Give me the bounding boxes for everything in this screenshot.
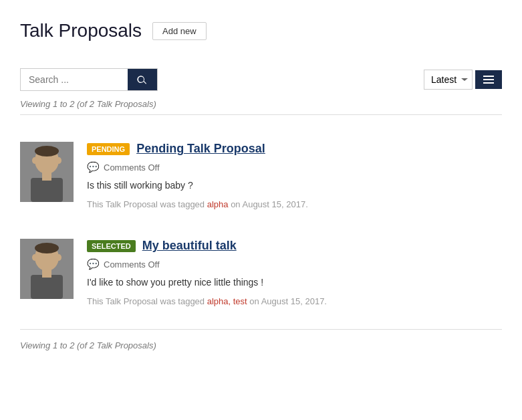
proposals-list: Pending Pending Talk Proposal 💬 Comments… (20, 128, 502, 322)
sort-controls: Latest Oldest A-Z (424, 70, 502, 90)
bottom-divider (20, 329, 502, 330)
page-title: Talk Proposals (20, 20, 142, 41)
comment-icon: 💬 (87, 258, 100, 270)
svg-rect-2 (31, 178, 63, 202)
search-icon (137, 74, 148, 85)
proposal-meta: This Talk Proposal was tagged alpha on A… (87, 199, 502, 209)
viewing-count-top: Viewing 1 to 2 (of 2 Talk Proposals) (20, 99, 502, 109)
comments-row: 💬 Comments Off (87, 161, 502, 173)
svg-rect-9 (31, 275, 63, 299)
search-area: Latest Oldest A-Z (20, 68, 502, 91)
tag-link[interactable]: alpha (207, 199, 229, 209)
svg-point-12 (56, 254, 61, 261)
table-row: Selected My beautiful talk 💬 Comments Of… (20, 225, 502, 322)
page-header: Talk Proposals Add new (20, 20, 502, 41)
proposal-excerpt: Is this still working baby ? (87, 179, 502, 193)
comments-label: Comments Off (104, 259, 160, 270)
proposal-content: Selected My beautiful talk 💬 Comments Of… (87, 239, 502, 306)
comments-label: Comments Off (104, 163, 160, 173)
svg-point-5 (56, 157, 61, 164)
svg-rect-3 (42, 173, 51, 181)
search-input[interactable] (21, 69, 128, 90)
avatar (20, 142, 74, 202)
comments-row: 💬 Comments Off (87, 258, 502, 270)
proposal-content: Pending Pending Talk Proposal 💬 Comments… (87, 142, 502, 209)
search-form (20, 68, 158, 91)
proposal-excerpt: I'd like to show you pretty nice little … (87, 276, 502, 290)
list-view-button[interactable] (475, 70, 502, 89)
svg-point-6 (35, 146, 59, 156)
proposal-meta: This Talk Proposal was tagged alpha, tes… (87, 296, 502, 306)
search-button[interactable] (128, 69, 157, 90)
proposal-title[interactable]: My beautiful talk (142, 239, 237, 253)
avatar (20, 239, 74, 299)
viewing-count-bottom: Viewing 1 to 2 (of 2 Talk Proposals) (20, 340, 502, 350)
proposal-title[interactable]: Pending Talk Proposal (136, 142, 265, 156)
svg-point-4 (32, 157, 37, 164)
list-view-icon (483, 76, 494, 84)
sort-select[interactable]: Latest Oldest A-Z (424, 70, 473, 90)
svg-rect-10 (42, 270, 51, 278)
avatar-image (20, 142, 74, 202)
add-new-button[interactable]: Add new (152, 22, 207, 40)
top-divider (20, 114, 502, 115)
comment-icon: 💬 (87, 161, 100, 173)
proposal-title-row: Pending Pending Talk Proposal (87, 142, 502, 156)
tag-link[interactable]: alpha, test (207, 296, 247, 306)
status-badge: Selected (87, 240, 136, 252)
table-row: Pending Pending Talk Proposal 💬 Comments… (20, 128, 502, 225)
avatar-image (20, 239, 74, 299)
svg-point-13 (35, 243, 59, 253)
svg-point-11 (32, 254, 37, 261)
status-badge: Pending (87, 143, 130, 155)
proposal-title-row: Selected My beautiful talk (87, 239, 502, 253)
